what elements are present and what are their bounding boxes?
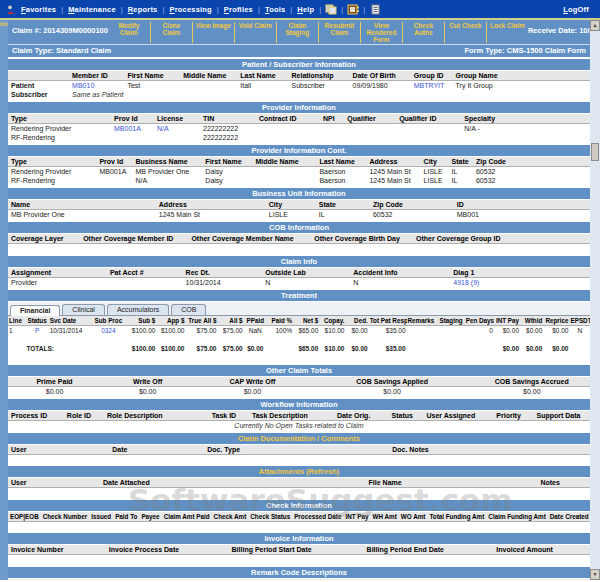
action-claim-staging[interactable]: Claim Staging [276,22,318,43]
cell [49,344,93,353]
tab-cob[interactable]: COB [171,304,206,315]
cell [252,167,316,177]
section-treatment: Treatment Financial Clinical Accumulator… [8,290,590,362]
column-header-app: App $ [156,316,185,326]
menu-reports[interactable]: Reports [123,5,163,14]
cell-link[interactable]: P [25,325,48,335]
cell: 10/31/2014 [183,277,263,287]
action-void-claim[interactable]: Void Claim [234,22,276,43]
section-title: Other Claim Totals [8,365,590,377]
cell [256,124,320,134]
collapsed-info-panel[interactable]: Info [0,20,8,580]
column-header-business-name: Business Name [133,157,203,167]
table-note [8,488,590,497]
column-header-task-id: Task ID [209,411,249,421]
cell: 60532 [370,210,454,220]
column-header-city: City [266,200,316,210]
cell [92,344,124,353]
cell [344,124,396,134]
scroll-thumb[interactable] [591,143,599,161]
table-row: Provider 10/31/2014NN4918 (9) [8,277,590,287]
logoff-button[interactable]: LogOff [558,5,594,14]
cell-link[interactable]: MBTRYIT [411,81,453,91]
tab-accumulators[interactable]: Accumulators [107,304,169,315]
cell [252,176,316,185]
column-header-user-assigned: User Assigned [424,411,494,421]
menu-profiles[interactable]: Profiles [219,5,258,14]
action-modify-claim[interactable]: Modify Claim [108,22,150,43]
cell: Try It Group [453,81,590,91]
section-claim-info: Claim Info AssignmentPat Acct #Rec Dt.Ou… [8,256,590,287]
menu-maintenance[interactable]: Maintenance [63,5,121,14]
table-row [8,335,590,344]
column-header-coverage-layer: Coverage Layer [8,234,80,244]
column-header-sub-proc: Sub Proc [92,316,124,326]
column-header-write-off: Write Off [101,377,194,387]
column-header-billing-period-end-date: Billing Period End Date [364,545,494,555]
action-resubmit-claim[interactable]: Resubmit Claim [318,22,360,43]
claim-type: Claim Type: Standard Claim [12,46,111,55]
cell [96,176,132,185]
menu-processing[interactable]: Processing [164,5,216,14]
column-header-address: Address [156,200,266,210]
action-cut-check[interactable]: Cut Check [444,22,486,43]
action-view-rendered-form[interactable]: View Rendered Form [360,22,402,43]
menu-help[interactable]: Help [292,5,319,14]
column-header-role-description: Role Description [104,411,209,421]
section-title: Remark Code Descriptions [8,567,590,579]
scroll-up-button[interactable]: ▲ [590,20,600,31]
column-header-wthld: Wthld [520,316,543,326]
cell: MB001 [454,210,590,220]
column-header-wo-amt: WO Amt [399,512,428,522]
scroll-down-button[interactable]: ▼ [590,569,600,580]
cell: 1245 Main St [156,210,266,220]
copy-pages-icon[interactable] [325,4,337,15]
menu-tools[interactable]: Tools [260,5,290,14]
action-lock-claim[interactable]: Lock Claim [486,22,528,43]
column-header-eop-eob: EOP|EOB [8,512,41,522]
cell: 1245 Main St [366,167,420,177]
column-header-staging: Staging [439,316,465,326]
claim-header-row2: Claim Type: Standard Claim Form Type: CM… [8,45,590,57]
menu-favorites[interactable]: Favorites [16,5,61,14]
cell-link[interactable]: 4918 (9) [450,277,590,287]
cell-link[interactable]: MB010 [69,81,124,91]
cell-link[interactable]: 0324 [92,325,124,335]
column-header-status: Status [25,316,48,326]
section-workflow: Workflow Information Process IDRole IDRo… [8,399,590,430]
cell-link[interactable]: N/A [154,124,200,134]
column-header-middle-name: Middle Name [252,157,316,167]
column-header-accident-info: Accident Info [350,268,450,278]
column-header-cob-savings-accrued: COB Savings Accrued [474,377,590,387]
column-header-last-name: Last Name [237,71,288,81]
column-header-prime-paid: Prime Paid [8,377,101,387]
cell-link[interactable]: MB001A [111,124,154,134]
document-icon[interactable] [369,4,381,15]
vertical-scrollbar[interactable]: ▲ ▼ [590,20,600,580]
column-header-all: All $ [217,316,243,326]
section-title-link[interactable]: Claim Documentation / Comments [8,433,590,445]
cell [344,133,396,142]
table-provider: TypeProv IdLicenseTINContract IDNPIQuali… [8,114,590,142]
action-view-image[interactable]: View Image [192,22,234,43]
cell [154,133,200,142]
cell [396,124,461,134]
table-row: TOTALS: $100.00$100.00$75.00$75.00$0.00 … [8,344,590,353]
action-check-auths[interactable]: Check Auths [402,22,444,43]
column-header-doc-type: Doc. Type [204,445,389,455]
tab-clinical[interactable]: Clinical [62,304,105,315]
section-claim-documentation: Claim Documentation / Comments UserDateD… [8,433,590,464]
column-header-first-name: First Name [124,71,180,81]
cell: NaN [244,325,267,335]
address-book-icon[interactable] [347,4,359,15]
column-header-invoiced-amount: Invoiced Amount [493,545,590,555]
tab-financial[interactable]: Financial [10,305,60,316]
column-header-support-data: Support Data [533,411,590,421]
section-title-link[interactable]: Attachments (Refresh) [8,466,590,478]
cell: N/A [133,176,203,185]
main-panel: Claim #: 2014309M0000100 Modify Claim Cl… [8,20,590,580]
action-clone-claim[interactable]: Clone Claim [150,22,192,43]
cell: MB Provider One [8,210,156,220]
cell: $100.00 [124,344,156,353]
column-header-group-name: Group Name [453,71,590,81]
